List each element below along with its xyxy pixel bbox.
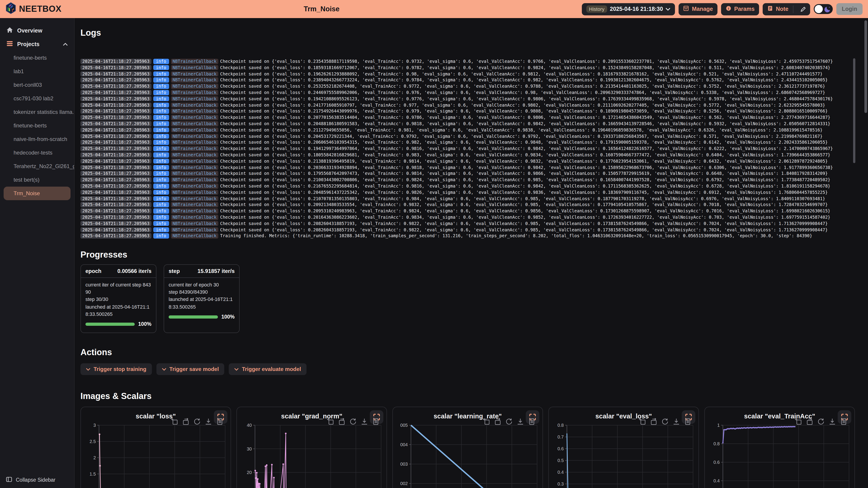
sidebar-project-item[interactable]: lab1	[0, 65, 74, 78]
log-list[interactable]: 2025-04-16T21:18:27.205963 info NBTraine…	[81, 58, 862, 239]
download-icon[interactable]	[673, 418, 680, 427]
chevron-down-icon	[666, 6, 671, 12]
page-scrollbar[interactable]	[864, 20, 867, 113]
logs-scrollbar[interactable]	[853, 58, 855, 163]
log-row: 2025-04-16T21:18:27.205963 info NBTraine…	[81, 170, 852, 177]
chart-plot[interactable]: 0.80.70.60.50.40.30.20.1	[553, 423, 695, 488]
svg-text:0.5: 0.5	[557, 458, 564, 463]
zoom-box-icon[interactable]	[795, 418, 802, 427]
sidebar-project-item[interactable]: tokenizer statistics llama...	[0, 105, 74, 119]
chart-plot[interactable]: 32.521.510.50	[86, 423, 227, 488]
edit-note-button[interactable]	[796, 3, 810, 15]
log-source-badge: NBTrainerCallback	[170, 71, 218, 76]
brand[interactable]: NEETBOX	[5, 2, 61, 16]
chart-toolbar	[171, 418, 223, 427]
progress-details: current iter of epoch 30step 84390/84390…	[168, 281, 235, 311]
sidebar-project-item[interactable]: naive-llm-from-scratch	[0, 132, 74, 146]
log-message: Checkpoint saved on {'eval_loss': 0.2048…	[220, 189, 828, 195]
sidebar-item-projects[interactable]: Projects	[0, 37, 74, 51]
sidebar-project-item[interactable]: finetune-berts	[0, 119, 74, 132]
svg-text:30: 30	[247, 447, 252, 451]
log-level-badge: info	[153, 208, 169, 214]
zoom-restore-icon[interactable]	[806, 418, 813, 427]
collapse-sidebar-button[interactable]: Collapse Sidebar	[6, 476, 55, 484]
moon-icon	[824, 5, 831, 14]
chevron-up-icon	[63, 41, 68, 47]
trigger-action-button[interactable]: Trigger stop training	[81, 363, 152, 375]
log-source-badge: NBTrainerCallback	[170, 96, 218, 101]
log-row: 2025-04-16T21:18:27.205963 info NBTraine…	[81, 183, 852, 189]
sidebar-project-item[interactable]: finetune-berts	[0, 51, 74, 65]
log-file-icon[interactable]	[684, 418, 691, 427]
zoom-restore-icon[interactable]	[338, 418, 345, 427]
log-timestamp-badge: 2025-04-16T21:18:27.205963	[81, 109, 151, 114]
zoom-restore-icon[interactable]	[182, 418, 189, 427]
log-row: 2025-04-16T21:18:27.205963 info NBTraine…	[81, 102, 852, 108]
log-message: Checkpoint saved on {'eval_loss': 0.2354…	[220, 58, 833, 65]
zoom-restore-icon[interactable]	[494, 418, 501, 427]
zoom-box-icon[interactable]	[327, 418, 334, 427]
download-icon[interactable]	[205, 418, 212, 427]
log-file-icon[interactable]	[372, 418, 379, 427]
log-row: 2025-04-16T21:18:27.205963 info NBTraine…	[81, 202, 852, 208]
log-file-icon[interactable]	[216, 418, 223, 427]
chevron-down-icon	[234, 366, 239, 372]
sidebar-item-overview[interactable]: Overview	[0, 24, 74, 37]
params-button[interactable]: Params	[721, 3, 759, 15]
log-source-badge: NBTrainerCallback	[170, 202, 218, 207]
svg-text:40: 40	[247, 423, 252, 428]
trigger-action-button[interactable]: Trigger save model	[156, 363, 224, 375]
history-select[interactable]: History 2025-04-16 21:18:30	[582, 3, 675, 15]
sidebar-project-item[interactable]: hedecoder-tests	[0, 146, 74, 160]
download-icon[interactable]	[829, 418, 836, 427]
sidebar-project-item[interactable]: Terahertz_No22_Gl261_gl...	[0, 160, 74, 173]
log-file-icon[interactable]	[840, 418, 847, 427]
refresh-icon[interactable]	[349, 418, 357, 427]
log-source-badge: NBTrainerCallback	[170, 184, 218, 189]
log-timestamp-badge: 2025-04-16T21:18:27.205963	[81, 227, 151, 232]
log-message: Checkpoint saved on {'eval_loss': 0.2016…	[220, 214, 831, 221]
log-level-badge: info	[153, 202, 169, 207]
svg-text:0.8: 0.8	[557, 423, 564, 428]
log-row: 2025-04-16T21:18:27.205963 info NBTraine…	[81, 152, 852, 158]
login-button[interactable]: Login	[836, 3, 863, 15]
refresh-icon[interactable]	[505, 418, 513, 427]
sidebar-project-item[interactable]: bert-conll03	[0, 78, 74, 92]
chart-plot[interactable]: 403020100	[241, 423, 383, 488]
progress-title: step	[168, 268, 180, 274]
log-row: 2025-04-16T21:18:27.205963 info NBTraine…	[81, 133, 852, 139]
manage-button[interactable]: Manage	[679, 3, 717, 15]
log-timestamp-badge: 2025-04-16T21:18:27.205963	[81, 96, 151, 101]
log-row: 2025-04-16T21:18:27.205963 info NBTraine…	[81, 114, 852, 121]
sidebar-project-item[interactable]: test bert(s)	[0, 173, 74, 187]
log-source-badge: NBTrainerCallback	[170, 133, 218, 139]
log-level-badge: info	[153, 121, 169, 126]
zoom-box-icon[interactable]	[483, 418, 490, 427]
log-level-badge: info	[153, 71, 169, 76]
sidebar-project-item[interactable]: Trm_Noise	[4, 187, 70, 200]
zoom-box-icon[interactable]	[171, 418, 178, 427]
chevron-down-icon	[162, 366, 166, 372]
log-file-icon[interactable]	[528, 418, 535, 427]
refresh-icon[interactable]	[193, 418, 201, 427]
download-icon[interactable]	[361, 418, 368, 427]
download-icon[interactable]	[517, 418, 524, 427]
progress-card: step 15.91857 iter/s current iter of epo…	[164, 264, 240, 333]
log-timestamp-badge: 2025-04-16T21:18:27.205963	[81, 215, 151, 220]
zoom-restore-icon[interactable]	[650, 418, 657, 427]
chart-plot[interactable]: 10.80.60.40.2	[709, 423, 851, 488]
refresh-icon[interactable]	[661, 418, 669, 427]
header-controls: History 2025-04-16 21:18:30 Manage Param…	[582, 3, 863, 15]
sidebar-project-item[interactable]: csc791-030 lab2	[0, 92, 74, 105]
progress-detail-line: current iter of epoch 30	[168, 281, 235, 288]
zoom-box-icon[interactable]	[639, 418, 646, 427]
log-source-badge: NBTrainerCallback	[170, 165, 218, 170]
scalar-chart-card: scalar "learning_rate" 005004003002001	[393, 407, 543, 488]
refresh-icon[interactable]	[817, 418, 825, 427]
log-source-badge: NBTrainerCallback	[170, 215, 218, 220]
note-label[interactable]: Note	[776, 6, 788, 12]
trigger-action-button[interactable]: Trigger evaluate model	[229, 363, 306, 375]
sidebar-item-label: Overview	[17, 27, 42, 34]
chart-plot[interactable]: 005004003002001	[397, 423, 539, 488]
theme-toggle[interactable]	[814, 4, 833, 14]
